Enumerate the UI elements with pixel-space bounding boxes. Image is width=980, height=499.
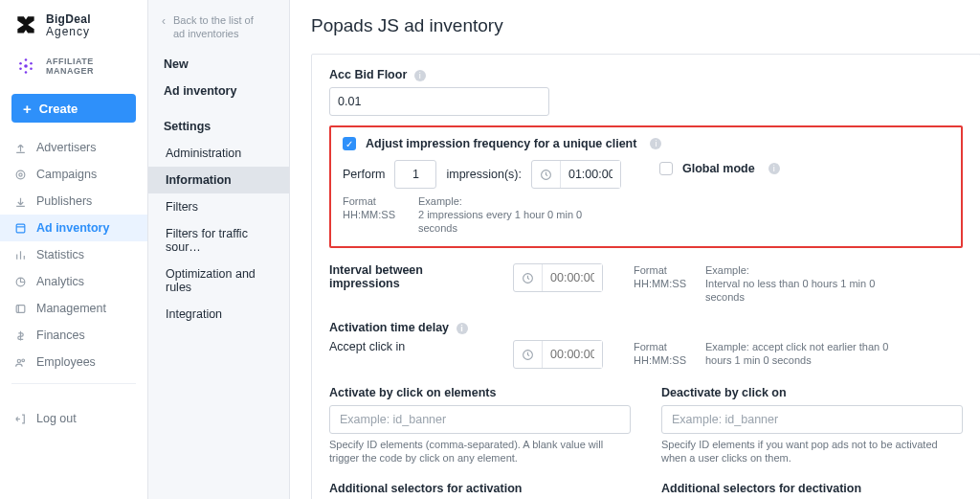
chevron-left-icon: ‹ (162, 14, 166, 40)
info-icon[interactable]: i (650, 138, 661, 149)
svg-rect-11 (16, 305, 25, 312)
svg-rect-9 (16, 224, 25, 233)
accept-time-input[interactable] (513, 340, 603, 369)
nav-finances[interactable]: Finances (0, 322, 147, 349)
sec-administration[interactable]: Administration (148, 140, 289, 167)
create-button[interactable]: + Create (11, 94, 136, 123)
nav-campaigns[interactable]: Campaigns (0, 161, 147, 188)
settings-sidebar: ‹ Back to the list of ad inventories New… (148, 0, 290, 499)
nav-management[interactable]: Management (0, 295, 147, 322)
svg-point-12 (17, 359, 20, 362)
nav-label: Log out (36, 412, 77, 425)
nav-label: Employees (36, 355, 96, 369)
layers-icon (13, 221, 27, 235)
nav-publishers[interactable]: Publishers (0, 188, 147, 215)
nav-logout[interactable]: Log out (0, 405, 147, 432)
main-nav: Advertisers Campaigns Publishers Ad inve… (0, 128, 147, 375)
target-icon (13, 168, 27, 181)
perform-time-input[interactable] (531, 160, 621, 189)
example-label: Example: (705, 263, 897, 277)
create-button-label: Create (39, 102, 78, 116)
sec-settings-head: Settings (148, 106, 289, 140)
clock-icon (532, 161, 561, 188)
nav-label: Campaigns (36, 168, 97, 181)
brand: BigDeal Agency (0, 0, 147, 48)
role-row: AFFILIATE MANAGER (0, 48, 147, 88)
sec-integration[interactable]: Integration (148, 301, 289, 328)
role-avatar-icon (13, 54, 38, 79)
svg-point-8 (18, 172, 21, 175)
format-label: Format (634, 340, 686, 353)
nav-advertisers[interactable]: Advertisers (0, 134, 147, 161)
sec-filters-traffic[interactable]: Filters for traffic sour… (148, 220, 289, 261)
page-title: Popads JS ad inventory (290, 0, 980, 46)
brand-line2: Agency (46, 26, 91, 38)
main-content: Popads JS ad inventory Acc Bid Floor i ✓… (290, 0, 980, 499)
impressions-label: impression(s): (446, 168, 522, 181)
settings-panel: Acc Bid Floor i ✓ Adjust impression freq… (311, 54, 980, 499)
info-icon[interactable]: i (457, 323, 468, 334)
back-link[interactable]: ‹ Back to the list of ad inventories (148, 11, 289, 50)
info-icon[interactable]: i (414, 70, 426, 81)
nav-label: Finances (36, 329, 85, 342)
svg-point-13 (21, 358, 24, 361)
sec-information[interactable]: Information (148, 167, 289, 193)
perform-count-input[interactable] (394, 160, 436, 189)
settings-nav: New Ad inventory Settings Administration… (148, 56, 289, 328)
nav-label: Analytics (36, 275, 84, 288)
plus-icon: + (23, 102, 32, 116)
nav-ad-inventory[interactable]: Ad inventory (0, 215, 147, 241)
nav-label: Ad inventory (36, 221, 109, 235)
nav-label: Statistics (36, 248, 84, 261)
svg-point-4 (30, 67, 33, 70)
format-value: HH:MM:SS (634, 353, 686, 367)
svg-point-6 (25, 71, 28, 74)
acc-bid-floor-label: Acc Bid Floor (329, 68, 407, 81)
svg-point-3 (19, 67, 22, 70)
sec-filters[interactable]: Filters (148, 193, 289, 220)
clock-icon (514, 341, 543, 368)
interval-example: Interval no less than 0 hours 1 min 0 se… (705, 277, 897, 304)
svg-point-0 (24, 64, 28, 68)
sec-new[interactable]: New (148, 56, 289, 78)
sec-ad-inventory[interactable]: Ad inventory (148, 78, 289, 104)
main-sidebar: BigDeal Agency AFFILIATE MANAGER + Creat… (0, 0, 148, 499)
svg-point-5 (25, 58, 28, 61)
nav-statistics[interactable]: Statistics (0, 241, 147, 268)
format-label: Format (343, 194, 395, 208)
accept-time-value[interactable] (543, 341, 602, 368)
activate-input[interactable] (329, 405, 631, 434)
nav-label: Management (36, 302, 106, 315)
sec-optimization[interactable]: Optimization and rules (148, 261, 289, 301)
back-line2: ad inventories (173, 27, 254, 40)
interval-time-input[interactable] (513, 263, 603, 292)
info-icon[interactable]: i (768, 163, 780, 174)
interval-label: Interval between impressions (329, 263, 423, 290)
back-line1: Back to the list of (173, 13, 254, 27)
role-label: AFFILIATE MANAGER (46, 57, 134, 76)
format-label: Format (634, 263, 686, 277)
interval-time-value[interactable] (543, 264, 602, 291)
activate-hint: Specify ID elements (comma-separated). A… (329, 438, 631, 465)
nav-label: Publishers (36, 194, 92, 208)
addsel-act-label: Additional selectors for activation (329, 482, 631, 495)
adjust-frequency-label: Adjust impression frequency for a unique… (366, 137, 636, 150)
clock-icon (514, 264, 543, 291)
logout-icon (13, 412, 27, 425)
adjust-frequency-checkbox[interactable]: ✓ (343, 137, 356, 150)
nav-analytics[interactable]: Analytics (0, 268, 147, 295)
global-mode-checkbox[interactable] (659, 162, 673, 175)
example-label: Example: (418, 194, 590, 208)
activation-label: Activation time delay (329, 321, 449, 334)
deactivate-input[interactable] (661, 405, 963, 434)
svg-point-2 (30, 62, 33, 65)
brand-logo-icon (13, 13, 38, 38)
perform-time-value[interactable] (561, 161, 620, 188)
accept-example: Example: accept click not earlier than 0… (705, 341, 888, 366)
stats-icon (13, 248, 27, 261)
nav-employees[interactable]: Employees (0, 349, 147, 375)
svg-point-1 (19, 62, 22, 65)
nav-separator (11, 383, 136, 384)
acc-bid-floor-input[interactable] (329, 87, 549, 116)
upload-icon (13, 141, 27, 154)
